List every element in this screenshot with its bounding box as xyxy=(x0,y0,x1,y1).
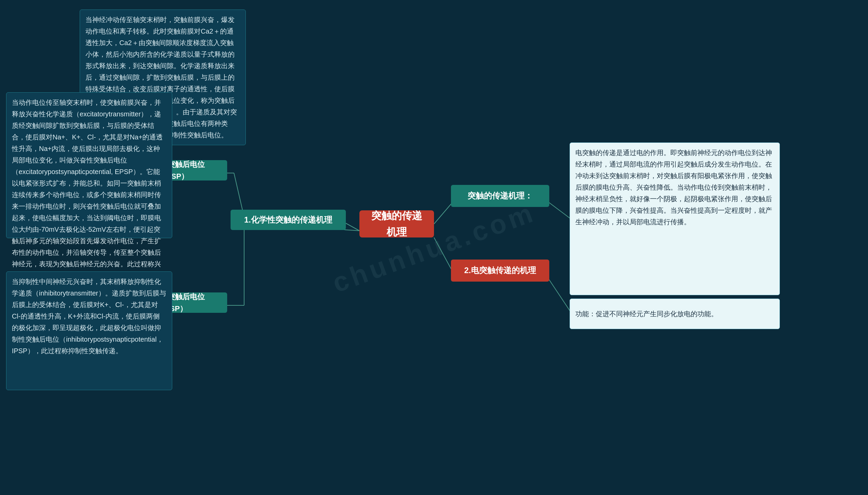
leaf-elec-text: 电突触的传递是通过电的作用。即突触前神经元的动作电位到达神经末梢时，通过局部电流… xyxy=(570,142,780,295)
leaf-func-text: 功能：促进不同神经元产生同步化放电的功能。 xyxy=(570,298,780,329)
central-label: 突触的传递机理 xyxy=(370,208,424,240)
node-synapse-mech: 突触的传递机理： xyxy=(451,185,549,207)
svg-line-13 xyxy=(546,275,573,315)
elec-label: 2.电突触传递的机理 xyxy=(464,264,536,277)
node-chem-transmission: 1.化学性突触的传递机理 xyxy=(231,210,346,230)
elec-text-content: 电突触的传递是通过电的作用。即突触前神经元的动作电位到达神经末梢时，通过局部电流… xyxy=(575,149,772,226)
synapse-mech-label: 突触的传递机理： xyxy=(467,189,533,202)
central-node: 突触的传递机理 xyxy=(359,210,434,238)
chem-label: 1.化学性突触的传递机理 xyxy=(244,214,332,226)
ipsp-text-content: 当抑制性中间神经元兴奋时，其末梢释放抑制性化学递质（inhibitorytran… xyxy=(12,278,166,355)
epsp-text-content: 当动作电位传至轴突末梢时，使突触前膜兴奋，并释放兴奋性化学递质（excitato… xyxy=(12,99,163,279)
func-text-content: 功能：促进不同神经元产生同步化放电的功能。 xyxy=(575,308,718,320)
leaf-ipsp-text: 当抑制性中间神经元兴奋时，其末梢释放抑制性化学递质（inhibitorytran… xyxy=(6,271,172,390)
node-elec-transmission: 2.电突触传递的机理 xyxy=(451,259,549,281)
svg-line-0 xyxy=(346,223,359,231)
leaf-epsp-text: 当动作电位传至轴突末梢时，使突触前膜兴奋，并释放兴奋性化学递质（excitato… xyxy=(6,92,172,238)
svg-line-12 xyxy=(546,200,573,221)
mind-map: chunhua.com 突触的传递机理 1.化学性突触的传递机理 xyxy=(0,0,868,495)
